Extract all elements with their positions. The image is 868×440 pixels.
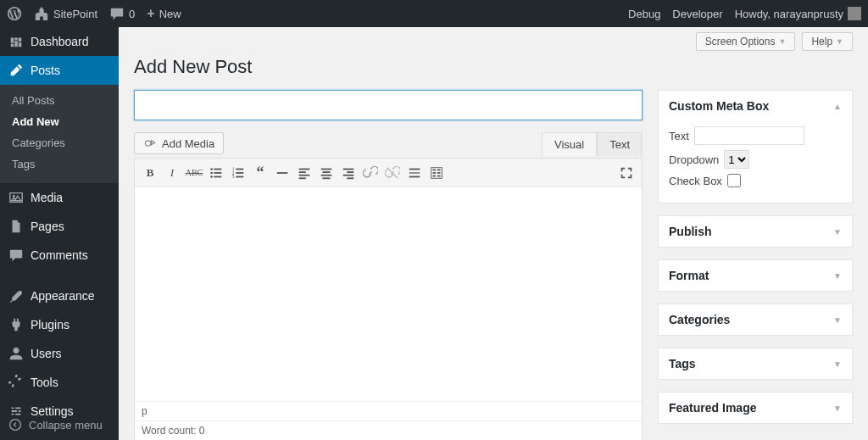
editor-path: p [135, 402, 642, 421]
bold-button[interactable]: B [140, 163, 160, 183]
quote-button[interactable]: “ [250, 163, 270, 183]
svg-rect-36 [433, 175, 437, 176]
svg-rect-14 [236, 175, 243, 177]
site-name: SitePoint [53, 8, 97, 20]
hr-button[interactable] [272, 163, 292, 183]
svg-rect-22 [321, 174, 332, 175]
align-center-button[interactable] [316, 163, 337, 183]
align-right-button[interactable] [338, 163, 359, 183]
link-button[interactable] [360, 163, 381, 183]
word-count: Word count: 0 [135, 421, 642, 440]
featured-image-box: Featured Image▼ [658, 392, 853, 424]
svg-point-0 [13, 195, 15, 198]
admin-bar: SitePoint 0 +New Debug Developer Howdy, … [0, 0, 868, 27]
sidebar-plugins[interactable]: Plugins [0, 310, 119, 339]
svg-rect-34 [433, 172, 437, 174]
editor: B I ABC 123 “ [134, 158, 643, 440]
editor-toolbar: B I ABC 123 “ [135, 159, 642, 187]
page-title: Add New Post [134, 56, 853, 78]
post-title-input[interactable] [134, 90, 643, 120]
wp-logo-icon[interactable] [7, 6, 22, 21]
site-link[interactable]: SitePoint [34, 6, 97, 21]
comments-count: 0 [129, 8, 135, 20]
dropdown-label: Dropdown [669, 153, 719, 166]
sidebar-posts[interactable]: Posts [0, 56, 119, 85]
howdy-link[interactable]: Howdy, narayanprusty [735, 7, 861, 20]
svg-text:3: 3 [232, 174, 235, 179]
sidebar-categories[interactable]: Categories [0, 132, 119, 153]
checkbox-input[interactable] [727, 174, 741, 187]
categories-header[interactable]: Categories▼ [659, 304, 852, 335]
debug-link[interactable]: Debug [628, 8, 660, 20]
tab-text[interactable]: Text [597, 132, 643, 156]
sidebar-add-new[interactable]: Add New [0, 111, 119, 132]
svg-rect-12 [236, 172, 243, 174]
custom-meta-box: Custom Meta Box▲ Text Dropdown1 Check Bo… [658, 90, 853, 203]
svg-rect-15 [277, 172, 288, 174]
svg-rect-27 [347, 177, 353, 179]
add-media-button[interactable]: Add Media [134, 132, 224, 154]
publish-header[interactable]: Publish▼ [659, 216, 852, 247]
sidebar-users[interactable]: Users [0, 339, 119, 368]
svg-point-3 [210, 168, 213, 170]
tags-header[interactable]: Tags▼ [659, 348, 852, 379]
ol-button[interactable]: 123 [228, 163, 248, 183]
italic-button[interactable]: I [162, 163, 182, 183]
collapse-menu[interactable]: Collapse menu [0, 409, 119, 440]
svg-rect-4 [214, 168, 221, 170]
svg-point-5 [210, 171, 213, 174]
ul-button[interactable] [206, 163, 226, 183]
sidebar-dashboard[interactable]: Dashboard [0, 27, 119, 56]
svg-point-2 [145, 141, 150, 146]
publish-box: Publish▼ [658, 215, 853, 248]
dropdown-select[interactable]: 1 [724, 150, 749, 169]
featured-image-header[interactable]: Featured Image▼ [659, 393, 852, 423]
custom-meta-box-header[interactable]: Custom Meta Box▲ [659, 91, 852, 121]
fullscreen-button[interactable] [616, 163, 637, 183]
new-link[interactable]: +New [147, 6, 181, 21]
checkbox-label: Check Box [669, 175, 722, 187]
svg-point-7 [210, 175, 213, 178]
screen-options-button[interactable]: Screen Options▼ [696, 32, 796, 51]
tab-visual[interactable]: Visual [542, 132, 597, 156]
text-label: Text [669, 130, 689, 142]
format-box: Format▼ [658, 259, 853, 292]
tags-box: Tags▼ [658, 348, 853, 380]
svg-rect-23 [323, 177, 331, 179]
sidebar-pages[interactable]: Pages [0, 212, 119, 241]
categories-box: Categories▼ [658, 304, 853, 336]
sidebar-all-posts[interactable]: All Posts [0, 90, 119, 111]
svg-rect-16 [299, 168, 310, 170]
sidebar-appearance[interactable]: Appearance [0, 281, 119, 310]
admin-sidebar: Dashboard Posts All Posts Add New Catego… [0, 27, 119, 440]
svg-rect-24 [343, 168, 354, 170]
format-header[interactable]: Format▼ [659, 260, 852, 291]
svg-rect-28 [409, 168, 420, 170]
svg-rect-33 [437, 169, 441, 170]
text-input[interactable] [694, 126, 804, 145]
svg-rect-20 [321, 168, 332, 170]
svg-rect-35 [437, 172, 441, 174]
align-left-button[interactable] [294, 163, 314, 183]
sidebar-tags[interactable]: Tags [0, 153, 119, 175]
more-button[interactable] [404, 163, 425, 183]
help-button[interactable]: Help▼ [802, 32, 853, 51]
sidebar-tools[interactable]: Tools [0, 368, 119, 397]
svg-rect-32 [433, 169, 437, 170]
svg-rect-25 [347, 171, 353, 173]
svg-rect-19 [299, 177, 306, 179]
developer-link[interactable]: Developer [672, 8, 722, 20]
sidebar-media[interactable]: Media [0, 183, 119, 212]
toolbar-toggle-button[interactable] [426, 163, 447, 183]
svg-rect-17 [299, 171, 306, 173]
sidebar-comments[interactable]: Comments [0, 241, 119, 270]
svg-rect-21 [323, 171, 331, 173]
strike-button[interactable]: ABC [184, 163, 204, 183]
svg-rect-18 [299, 174, 310, 175]
avatar [848, 7, 861, 20]
editor-canvas[interactable] [135, 187, 642, 401]
main-content: Screen Options▼ Help▼ Add New Post Add M… [119, 27, 868, 440]
comments-link[interactable]: 0 [109, 6, 135, 21]
svg-rect-10 [236, 168, 243, 170]
unlink-button[interactable] [382, 163, 403, 183]
